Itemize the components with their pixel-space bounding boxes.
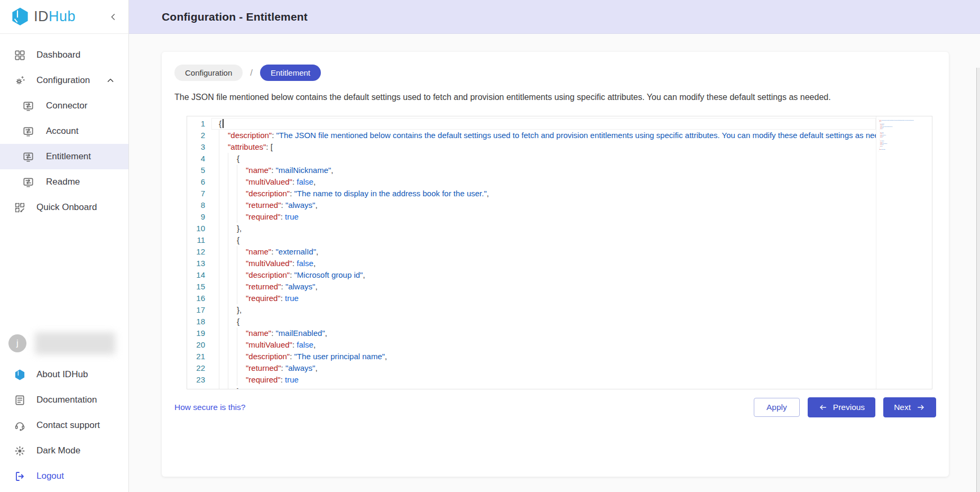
user-profile[interactable]: j <box>0 332 128 362</box>
card-footer: How secure is this? Apply Previous Next <box>174 397 936 417</box>
dashboard-icon <box>14 49 26 61</box>
user-name-redacted <box>35 332 115 354</box>
previous-button[interactable]: Previous <box>808 397 875 417</box>
headset-icon <box>14 420 26 432</box>
logout-icon <box>14 470 26 482</box>
line-number: 1 <box>187 118 211 130</box>
intro-text: The JSON file mentioned below contains t… <box>174 93 936 102</box>
how-secure-link[interactable]: How secure is this? <box>174 403 245 412</box>
page-title: Configuration - Entitlement <box>162 11 308 23</box>
text-cursor <box>223 119 224 128</box>
line-number: 16 <box>187 293 211 304</box>
sidebar-item-readme[interactable]: Readme <box>0 169 128 195</box>
line-number: 18 <box>187 316 211 327</box>
connector-icon <box>22 100 34 112</box>
sidebar-item-entitlement[interactable]: Entitlement <box>0 144 128 169</box>
line-number: 11 <box>187 234 211 246</box>
breadcrumb: Configuration / Entitlement <box>174 65 936 81</box>
line-number: 23 <box>187 374 211 386</box>
sidebar-item-connector[interactable]: Connector <box>0 93 128 119</box>
next-button[interactable]: Next <box>883 397 936 417</box>
code-area[interactable]: {"description": "The JSON file mentioned… <box>211 116 876 389</box>
line-number: 3 <box>187 141 211 153</box>
arrow-right-icon <box>916 403 926 412</box>
line-number: 15 <box>187 281 211 293</box>
breadcrumb-separator: / <box>250 68 253 78</box>
json-editor: 123456789101112131415161718192021222324 … <box>187 116 932 389</box>
line-number: 20 <box>187 339 211 351</box>
page-scrollbar[interactable] <box>976 68 980 492</box>
line-number: 13 <box>187 258 211 269</box>
top-header: Configuration - Entitlement <box>129 0 980 34</box>
line-number: 7 <box>187 188 211 199</box>
line-number: 9 <box>187 211 211 223</box>
minimap-content: {"description": "The JSON file mentioned… <box>879 119 932 151</box>
line-number: 19 <box>187 327 211 339</box>
brightness-icon <box>14 445 26 457</box>
line-number: 10 <box>187 223 211 234</box>
line-number: 17 <box>187 304 211 316</box>
brand-name: IDHub <box>34 8 76 25</box>
line-number: 14 <box>187 269 211 281</box>
sidebar-item-configuration[interactable]: Configuration <box>0 68 128 93</box>
main-area: Configuration - Entitlement Configuratio… <box>129 0 980 492</box>
sidebar-item-contact-support[interactable]: Contact support <box>0 413 128 438</box>
gear-sparkle-icon <box>14 75 26 87</box>
line-number: 24 <box>187 386 211 389</box>
sidebar-bottom: j About IDHubDocumentationContact suppor… <box>0 332 128 489</box>
document-icon <box>14 394 26 406</box>
page-content: Configuration / Entitlement The JSON fil… <box>129 34 980 492</box>
entitlement-card: Configuration / Entitlement The JSON fil… <box>162 52 949 477</box>
line-number: 21 <box>187 351 211 362</box>
quick-onboard-icon <box>14 202 26 214</box>
minimap[interactable]: {"description": "The JSON file mentioned… <box>876 116 932 389</box>
logo-row: IDHub <box>0 0 128 34</box>
sidebar-item-documentation[interactable]: Documentation <box>0 387 128 413</box>
line-number: 4 <box>187 153 211 165</box>
breadcrumb-configuration-chip[interactable]: Configuration <box>174 65 243 81</box>
sidebar-collapse-button[interactable] <box>107 11 119 23</box>
line-number-gutter: 123456789101112131415161718192021222324 <box>187 116 211 389</box>
connector-icon <box>22 176 34 188</box>
action-buttons: Apply Previous Next <box>754 397 936 417</box>
sidebar-item-dashboard[interactable]: Dashboard <box>0 42 128 68</box>
sidebar-item-about-idhub[interactable]: About IDHub <box>0 362 128 387</box>
sidebar-item-account[interactable]: Account <box>0 119 128 144</box>
arrow-left-icon <box>818 403 828 412</box>
line-number: 5 <box>187 165 211 176</box>
sidebar-item-dark-mode[interactable]: Dark Mode <box>0 438 128 463</box>
line-number: 12 <box>187 246 211 258</box>
breadcrumb-entitlement-chip[interactable]: Entitlement <box>260 65 321 81</box>
sidebar: IDHub DashboardConfigurationConnectorAcc… <box>0 0 129 492</box>
line-number: 22 <box>187 362 211 374</box>
sidebar-item-logout[interactable]: Logout <box>0 463 128 489</box>
connector-icon <box>22 125 34 138</box>
connector-icon <box>22 151 34 163</box>
chevron-left-icon <box>107 11 119 23</box>
line-number: 8 <box>187 199 211 211</box>
chevron-up-icon[interactable] <box>105 75 116 86</box>
sidebar-nav: DashboardConfigurationConnectorAccountEn… <box>0 34 128 220</box>
sidebar-footer-nav: About IDHubDocumentationContact supportD… <box>0 362 128 489</box>
line-number: 2 <box>187 130 211 141</box>
apply-button[interactable]: Apply <box>754 398 800 417</box>
avatar: j <box>8 334 26 352</box>
idhub-logo-icon <box>11 7 30 27</box>
sidebar-item-quick-onboard[interactable]: Quick Onboard <box>0 195 128 220</box>
line-number: 6 <box>187 176 211 188</box>
hexagon-icon <box>14 369 26 381</box>
